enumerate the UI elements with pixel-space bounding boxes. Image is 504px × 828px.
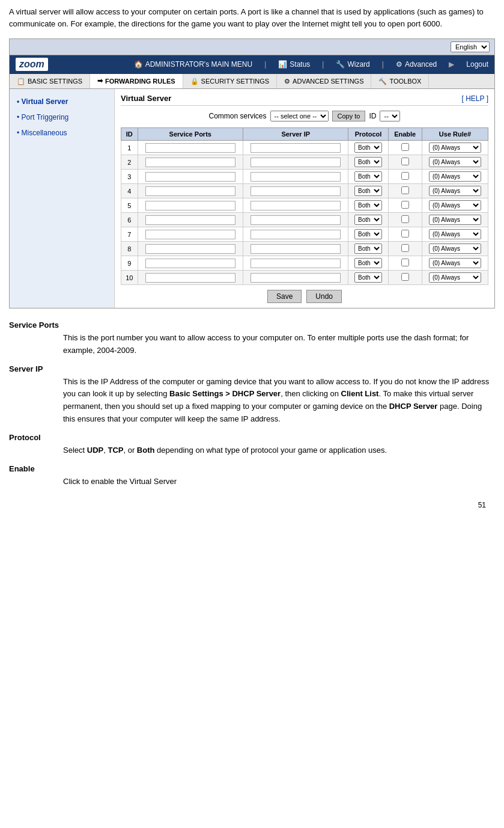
id-select[interactable]: -- [380, 111, 400, 121]
use-rule-select[interactable]: (0) Always(1) Schedule1(2) Schedule2 [429, 215, 481, 225]
enable-checkbox[interactable] [401, 143, 409, 151]
protocol-select[interactable]: BothTCPUDP [354, 215, 382, 225]
tab-advanced-settings[interactable]: ⚙ ADVANCED SETTINGS [277, 74, 371, 88]
nav-logout[interactable]: Logout [466, 60, 488, 69]
tab-basic-settings[interactable]: 📋 BASIC SETTINGS [10, 74, 90, 88]
col-header-enable: Enable [388, 128, 422, 141]
router-body: • Virtual Server • Port Triggering • Mis… [10, 89, 494, 308]
enable-checkbox[interactable] [401, 172, 409, 180]
intro-text: A virtual server will allow access to yo… [9, 6, 495, 29]
enable-checkbox[interactable] [401, 186, 409, 194]
tcp-label: TCP [108, 446, 123, 455]
server-ip-input[interactable] [250, 201, 341, 210]
bullet-icon-2: • [17, 113, 19, 121]
server-ip-input[interactable] [250, 172, 341, 182]
cell-use-rule: (0) Always(1) Schedule1(2) Schedule2 [422, 155, 488, 170]
service-ports-input[interactable] [145, 230, 235, 239]
service-ports-input[interactable] [145, 201, 235, 210]
server-ip-input[interactable] [250, 186, 341, 196]
advanced-icon: ⚙ [396, 60, 402, 69]
protocol-select[interactable]: BothTCPUDP [354, 272, 382, 283]
enable-checkbox[interactable] [401, 230, 409, 238]
language-select[interactable]: English [451, 41, 490, 52]
cell-protocol: BothTCPUDP [348, 141, 388, 155]
use-rule-select[interactable]: (0) Always(1) Schedule1(2) Schedule2 [429, 229, 481, 239]
service-ports-input[interactable] [145, 186, 235, 196]
service-ports-input[interactable] [145, 158, 235, 167]
cell-protocol: BothTCPUDP [348, 256, 388, 271]
server-ip-input[interactable] [250, 158, 341, 167]
sidebar-item-port-triggering[interactable]: • Port Triggering [10, 109, 114, 125]
bullet-icon: • [17, 97, 19, 106]
sidebar-item-miscellaneous[interactable]: • Miscellaneous [10, 125, 114, 141]
dhcp-server-link2: DHCP Server [389, 402, 438, 411]
page-number: 51 [9, 495, 495, 515]
protocol-select[interactable]: BothTCPUDP [354, 157, 382, 167]
sidebar-item-virtual-server[interactable]: • Virtual Server [10, 94, 114, 109]
use-rule-select[interactable]: (0) Always(1) Schedule1(2) Schedule2 [429, 171, 481, 182]
cell-service-ports [138, 227, 243, 242]
cell-id: 8 [121, 242, 138, 256]
nav-main-menu[interactable]: 🏠 ADMINISTRATOR's MAIN MENU [134, 60, 253, 69]
tab-security-settings[interactable]: 🔒 SECURITY SETTINGS [183, 74, 277, 88]
service-ports-input[interactable] [145, 259, 235, 268]
protocol-select[interactable]: BothTCPUDP [354, 143, 382, 153]
bullet-icon-3: • [17, 129, 19, 137]
enable-checkbox[interactable] [401, 244, 409, 252]
enable-checkbox[interactable] [401, 215, 409, 223]
nav-advanced[interactable]: ⚙ Advanced [396, 60, 437, 69]
protocol-select[interactable]: BothTCPUDP [354, 200, 382, 210]
service-ports-input[interactable] [145, 273, 235, 283]
cell-service-ports [138, 256, 243, 271]
tab-toolbox[interactable]: 🔨 TOOLBOX [371, 74, 429, 88]
undo-button[interactable]: Undo [306, 290, 342, 303]
tab-forwarding-rules[interactable]: ➡ FORWARDING RULES [90, 74, 183, 88]
server-ip-input[interactable] [250, 230, 341, 239]
use-rule-select[interactable]: (0) Always(1) Schedule1(2) Schedule2 [429, 272, 481, 283]
service-ports-input[interactable] [145, 143, 235, 153]
desc-server-ip: Server IP This is the IP Address of the … [9, 364, 495, 426]
help-link[interactable]: [ HELP ] [462, 94, 488, 103]
common-services-select[interactable]: -- select one -- [270, 111, 329, 121]
table-row: 8BothTCPUDP(0) Always(1) Schedule1(2) Sc… [121, 242, 488, 256]
server-ip-input[interactable] [250, 143, 341, 153]
col-header-id: ID [121, 128, 138, 141]
desc-heading-protocol: Protocol [9, 433, 495, 442]
use-rule-select[interactable]: (0) Always(1) Schedule1(2) Schedule2 [429, 143, 481, 153]
server-ip-input[interactable] [250, 259, 341, 268]
desc-heading-server-ip: Server IP [9, 364, 495, 373]
use-rule-select[interactable]: (0) Always(1) Schedule1(2) Schedule2 [429, 200, 481, 210]
cell-use-rule: (0) Always(1) Schedule1(2) Schedule2 [422, 271, 488, 285]
save-button[interactable]: Save [267, 290, 302, 303]
server-ip-input[interactable] [250, 244, 341, 254]
cell-id: 10 [121, 271, 138, 285]
copy-to-button[interactable]: Copy to [332, 111, 366, 121]
table-row: 6BothTCPUDP(0) Always(1) Schedule1(2) Sc… [121, 213, 488, 227]
protocol-select[interactable]: BothTCPUDP [354, 171, 382, 182]
cell-use-rule: (0) Always(1) Schedule1(2) Schedule2 [422, 213, 488, 227]
cell-enable [388, 227, 422, 242]
server-ip-input[interactable] [250, 273, 341, 283]
enable-checkbox[interactable] [401, 273, 409, 281]
cell-id: 1 [121, 141, 138, 155]
enable-checkbox[interactable] [401, 201, 409, 209]
protocol-select[interactable]: BothTCPUDP [354, 258, 382, 268]
service-ports-input[interactable] [145, 244, 235, 254]
protocol-select[interactable]: BothTCPUDP [354, 244, 382, 254]
protocol-select[interactable]: BothTCPUDP [354, 229, 382, 239]
service-ports-input[interactable] [145, 215, 235, 225]
use-rule-select[interactable]: (0) Always(1) Schedule1(2) Schedule2 [429, 186, 481, 196]
service-ports-input[interactable] [145, 172, 235, 182]
protocol-select[interactable]: BothTCPUDP [354, 186, 382, 196]
enable-checkbox[interactable] [401, 158, 409, 165]
use-rule-select[interactable]: (0) Always(1) Schedule1(2) Schedule2 [429, 258, 481, 268]
server-ip-input[interactable] [250, 215, 341, 225]
cell-id: 4 [121, 184, 138, 198]
cell-protocol: BothTCPUDP [348, 198, 388, 213]
use-rule-select[interactable]: (0) Always(1) Schedule1(2) Schedule2 [429, 244, 481, 254]
use-rule-select[interactable]: (0) Always(1) Schedule1(2) Schedule2 [429, 157, 481, 167]
enable-checkbox[interactable] [401, 259, 409, 266]
nav-wizard[interactable]: 🔧 Wizard [336, 60, 369, 69]
cell-server-ip [243, 213, 348, 227]
nav-status[interactable]: 📊 Status [278, 60, 310, 69]
